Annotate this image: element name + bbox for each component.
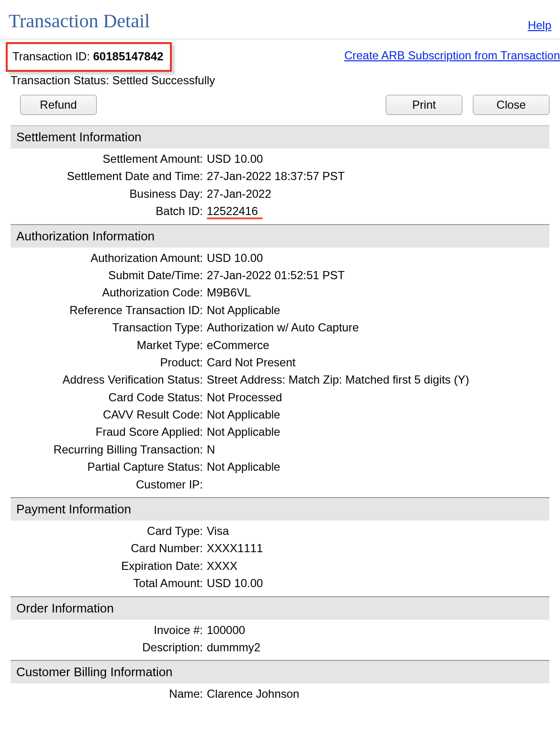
row-value: USD 10.00 bbox=[207, 576, 549, 591]
row-value: 27-Jan-2022 18:37:57 PST bbox=[207, 169, 549, 184]
transaction-status-value: Settled Successfully bbox=[112, 74, 215, 87]
row-value: 27-Jan-2022 bbox=[207, 186, 549, 202]
row-label: Transaction Type: bbox=[11, 320, 207, 335]
table-row: Description:dummmy2 bbox=[11, 639, 549, 656]
row-label: Invoice #: bbox=[11, 623, 207, 638]
row-value: Clarence Johnson bbox=[207, 686, 549, 702]
table-row: Market Type:eCommerce bbox=[11, 337, 549, 354]
row-label: Reference Transaction ID: bbox=[11, 303, 207, 318]
settlement-rows: Settlement Amount: USD 10.00 Settlement … bbox=[11, 150, 549, 220]
row-label: Card Code Status: bbox=[11, 390, 207, 405]
table-row: Business Day: 27-Jan-2022 bbox=[11, 185, 549, 203]
section-header-authorization: Authorization Information bbox=[11, 225, 549, 248]
table-row: Settlement Amount: USD 10.00 bbox=[11, 150, 549, 168]
row-label: Address Verification Status: bbox=[11, 372, 207, 387]
row-label: Card Type: bbox=[11, 523, 207, 539]
create-arb-link[interactable]: Create ARB Subscription from Transaction bbox=[344, 49, 560, 62]
section-header-payment: Payment Information bbox=[11, 498, 549, 521]
section-header-order: Order Information bbox=[11, 597, 549, 620]
table-row: Card Code Status:Not Processed bbox=[11, 389, 549, 406]
page-title: Transaction Detail bbox=[9, 10, 150, 32]
row-value: XXXX1111 bbox=[207, 541, 549, 556]
table-row: Authorization Amount:USD 10.00 bbox=[11, 250, 549, 267]
table-row: Fraud Score Applied:Not Applicable bbox=[11, 423, 549, 441]
table-row: Address Verification Status:Street Addre… bbox=[11, 371, 549, 388]
billing-rows: Name:Clarence Johnson bbox=[11, 685, 549, 703]
row-value: Card Not Present bbox=[207, 355, 549, 370]
row-value: Not Applicable bbox=[207, 407, 549, 422]
row-label: Business Day: bbox=[11, 186, 207, 202]
row-value: 100000 bbox=[207, 623, 549, 638]
row-value: 12522416 bbox=[207, 204, 549, 219]
table-row: Partial Capture Status:Not Applicable bbox=[11, 458, 549, 476]
transaction-status-label: Transaction Status: bbox=[11, 74, 112, 87]
table-row: Recurring Billing Transaction:N bbox=[11, 441, 549, 458]
batch-id-value: 12522416 bbox=[207, 204, 258, 217]
refund-button[interactable]: Refund bbox=[20, 95, 97, 115]
section-header-billing: Customer Billing Information bbox=[11, 660, 549, 683]
order-rows: Invoice #:100000 Description:dummmy2 bbox=[11, 622, 549, 657]
row-value: Visa bbox=[207, 523, 549, 539]
row-value: XXXX bbox=[207, 558, 549, 574]
row-label: Card Number: bbox=[11, 541, 207, 556]
row-label: Partial Capture Status: bbox=[11, 459, 207, 475]
section-header-settlement: Settlement Information bbox=[11, 125, 549, 148]
row-label: Name: bbox=[11, 686, 207, 702]
row-value: Authorization w/ Auto Capture bbox=[207, 320, 549, 335]
action-button-row: Refund Print Close bbox=[0, 91, 560, 125]
transaction-id-row: Transaction ID: 60185147842 Create ARB S… bbox=[0, 39, 560, 72]
row-label: Settlement Date and Time: bbox=[11, 169, 207, 184]
print-button[interactable]: Print bbox=[386, 95, 462, 115]
row-label: Market Type: bbox=[11, 338, 207, 353]
row-label: Fraud Score Applied: bbox=[11, 424, 207, 440]
transaction-id-label: Transaction ID: bbox=[12, 50, 93, 63]
table-row: Transaction Type:Authorization w/ Auto C… bbox=[11, 319, 549, 336]
table-row: Product:Card Not Present bbox=[11, 354, 549, 371]
row-label: Customer IP: bbox=[11, 477, 207, 492]
transaction-id-value: 60185147842 bbox=[93, 50, 164, 63]
table-row: Total Amount:USD 10.00 bbox=[11, 575, 549, 592]
row-value: 27-Jan-2022 01:52:51 PST bbox=[207, 268, 549, 283]
close-button[interactable]: Close bbox=[473, 95, 549, 115]
table-row: Reference Transaction ID:Not Applicable bbox=[11, 302, 549, 319]
table-row: Batch ID: 12522416 bbox=[11, 203, 549, 220]
page-header: Transaction Detail Help bbox=[0, 0, 560, 39]
table-row: Expiration Date:XXXX bbox=[11, 557, 549, 575]
row-label: Batch ID: bbox=[11, 204, 207, 219]
row-value bbox=[207, 477, 549, 492]
table-row: Submit Date/Time:27-Jan-2022 01:52:51 PS… bbox=[11, 267, 549, 284]
help-link[interactable]: Help bbox=[528, 19, 551, 32]
row-label: Submit Date/Time: bbox=[11, 268, 207, 283]
row-value: Not Processed bbox=[207, 390, 549, 405]
right-button-group: Print Close bbox=[386, 95, 549, 115]
table-row: CAVV Result Code:Not Applicable bbox=[11, 406, 549, 423]
row-label: Description: bbox=[11, 640, 207, 655]
table-row: Customer IP: bbox=[11, 476, 549, 493]
row-value: N bbox=[207, 442, 549, 457]
authorization-rows: Authorization Amount:USD 10.00 Submit Da… bbox=[11, 250, 549, 493]
row-label: Authorization Amount: bbox=[11, 250, 207, 266]
transaction-status: Transaction Status: Settled Successfully bbox=[0, 72, 560, 91]
row-value: eCommerce bbox=[207, 338, 549, 353]
row-value: USD 10.00 bbox=[207, 250, 549, 266]
transaction-id-highlight: Transaction ID: 60185147842 bbox=[6, 42, 172, 72]
row-value: USD 10.00 bbox=[207, 151, 549, 167]
table-row: Card Number:XXXX1111 bbox=[11, 540, 549, 557]
row-value: M9B6VL bbox=[207, 285, 549, 300]
table-row: Invoice #:100000 bbox=[11, 622, 549, 639]
row-label: Authorization Code: bbox=[11, 285, 207, 300]
row-label: Recurring Billing Transaction: bbox=[11, 442, 207, 457]
row-value: Not Applicable bbox=[207, 303, 549, 318]
row-value: Not Applicable bbox=[207, 459, 549, 475]
row-label: Product: bbox=[11, 355, 207, 370]
row-label: Settlement Amount: bbox=[11, 151, 207, 167]
table-row: Authorization Code:M9B6VL bbox=[11, 284, 549, 301]
row-value: Street Address: Match Zip: Matched first… bbox=[207, 372, 549, 387]
row-label: CAVV Result Code: bbox=[11, 407, 207, 422]
row-label: Expiration Date: bbox=[11, 558, 207, 574]
table-row: Card Type:Visa bbox=[11, 522, 549, 540]
row-value: dummmy2 bbox=[207, 640, 549, 655]
table-row: Name:Clarence Johnson bbox=[11, 685, 549, 703]
table-row: Settlement Date and Time: 27-Jan-2022 18… bbox=[11, 168, 549, 185]
row-label: Total Amount: bbox=[11, 576, 207, 591]
